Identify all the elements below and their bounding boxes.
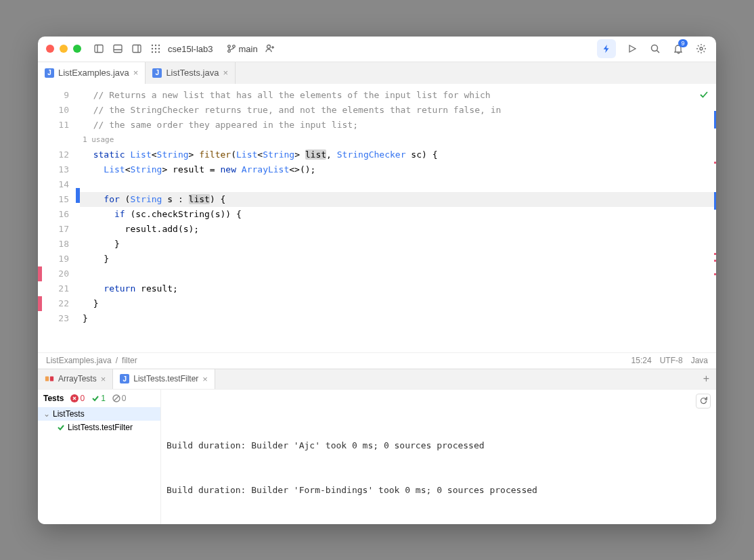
file-language[interactable]: Java — [691, 356, 708, 365]
java-file-icon: J — [120, 374, 129, 383]
panel-tab-arraytests[interactable]: ArrayTests × — [38, 369, 113, 389]
branch-label: main — [239, 44, 258, 54]
editor-tab-label: ListExamples.java — [58, 68, 129, 78]
svg-point-21 — [652, 45, 658, 51]
java-file-icon: J — [45, 68, 54, 78]
test-config-icon — [45, 374, 54, 383]
test-tree: Tests 0 1 0 ⌄ ListTests ListTests.testFi… — [38, 390, 161, 524]
svg-point-23 — [700, 47, 703, 50]
chevron-down-icon: ⌄ — [43, 409, 50, 419]
java-file-icon: J — [152, 68, 162, 78]
sidebar-right-icon[interactable] — [130, 42, 143, 55]
test-tree-root[interactable]: ⌄ ListTests — [38, 407, 160, 421]
panel-tab-listtests-testfilter[interactable]: J ListTests.testFilter × — [113, 369, 215, 389]
add-panel-tab-button[interactable]: + — [696, 369, 716, 389]
notifications-icon[interactable]: 9 — [671, 42, 685, 55]
svg-rect-4 — [133, 45, 141, 53]
close-icon[interactable]: × — [202, 374, 208, 384]
bottom-panel-icon[interactable] — [111, 42, 125, 55]
code-content[interactable]: // Returns a new list that has all the e… — [80, 84, 716, 352]
minimize-window-button[interactable] — [60, 45, 68, 53]
build-output-console[interactable]: Build duration: Builder 'Ajc' took 0 ms;… — [161, 390, 716, 524]
file-encoding[interactable]: UTF-8 — [660, 356, 683, 365]
passed-count[interactable]: 1 — [91, 394, 106, 403]
console-line: Build duration: Builder 'Ajc' took 0 ms;… — [167, 438, 711, 453]
svg-rect-24 — [45, 377, 49, 381]
svg-point-11 — [158, 48, 160, 49]
tool-panel-tabs: ArrayTests × J ListTests.testFilter × + — [38, 369, 716, 389]
titlebar: cse15l-lab3 main 9 — [38, 37, 716, 62]
test-summary: Tests 0 1 0 — [38, 390, 160, 407]
svg-rect-25 — [50, 377, 53, 381]
settings-gear-icon[interactable] — [694, 42, 708, 55]
close-icon[interactable]: × — [101, 374, 106, 384]
svg-point-10 — [155, 48, 156, 49]
svg-point-7 — [155, 45, 156, 46]
svg-point-18 — [267, 45, 270, 49]
svg-rect-2 — [114, 45, 122, 53]
test-method-label: ListTests.testFilter — [68, 423, 133, 432]
vcs-branch[interactable]: main — [227, 44, 258, 54]
breadcrumb-bar: ListExamples.java / filter 15:24 UTF-8 J… — [38, 352, 716, 369]
panel-tab-label: ArrayTests — [58, 374, 97, 383]
branch-icon — [227, 44, 236, 53]
svg-point-9 — [152, 48, 153, 49]
panel-tab-label: ListTests.testFilter — [133, 374, 198, 383]
error-stripe[interactable] — [711, 84, 716, 352]
svg-point-14 — [158, 51, 160, 53]
editor-tab-listexamples[interactable]: J ListExamples.java × — [38, 62, 146, 84]
add-user-icon[interactable] — [263, 42, 277, 55]
svg-rect-0 — [95, 45, 103, 53]
line-number-gutter: 9 10 11 12 13 14 15 16 17 18 19 20 21 22… — [42, 84, 76, 352]
cursor-position[interactable]: 15:24 — [631, 356, 652, 365]
svg-point-6 — [152, 45, 153, 46]
current-line: for (String s : list) { — [80, 192, 716, 207]
svg-point-15 — [227, 45, 230, 48]
test-results-panel: Tests 0 1 0 ⌄ ListTests ListTests.testFi… — [38, 389, 716, 524]
search-icon[interactable] — [648, 42, 662, 55]
reload-button[interactable] — [696, 394, 711, 409]
run-icon[interactable] — [625, 42, 639, 55]
test-pass-icon — [57, 423, 65, 431]
validation-checkmark-icon[interactable] — [698, 89, 709, 102]
code-editor[interactable]: 9 10 11 12 13 14 15 16 17 18 19 20 21 22… — [38, 84, 716, 352]
apps-grid-icon[interactable] — [149, 42, 162, 55]
close-icon[interactable]: × — [133, 68, 139, 78]
sidebar-left-icon[interactable] — [92, 42, 106, 55]
maximize-window-button[interactable] — [73, 45, 81, 53]
close-icon[interactable]: × — [223, 68, 228, 78]
editor-tab-label: ListTests.java — [166, 68, 219, 78]
editor-tab-bar: J ListExamples.java × J ListTests.java × — [38, 62, 716, 84]
ide-window: cse15l-lab3 main 9 J ListExamples.java ×… — [38, 37, 716, 524]
console-line: Build duration: Builder 'Form-bindings' … — [167, 483, 711, 498]
project-name[interactable]: cse15l-lab3 — [168, 44, 213, 54]
usage-hint[interactable]: 1 usage — [80, 133, 716, 147]
svg-point-13 — [155, 51, 156, 53]
editor-tab-listtests[interactable]: J ListTests.java × — [146, 62, 236, 84]
close-window-button[interactable] — [46, 45, 54, 53]
svg-point-12 — [152, 51, 153, 53]
test-class-label: ListTests — [53, 409, 85, 419]
tests-title: Tests — [43, 394, 64, 403]
ai-bolt-button[interactable] — [597, 39, 616, 58]
ignored-count[interactable]: 0 — [112, 394, 127, 403]
svg-line-28 — [114, 396, 118, 400]
notification-count-badge: 9 — [678, 39, 688, 47]
svg-point-8 — [158, 45, 160, 46]
test-tree-item[interactable]: ListTests.testFilter — [38, 421, 160, 434]
breadcrumb-symbol[interactable]: filter — [122, 356, 137, 365]
traffic-lights — [46, 45, 81, 53]
svg-line-22 — [657, 51, 660, 53]
breadcrumb-file[interactable]: ListExamples.java — [46, 356, 112, 365]
failed-count[interactable]: 0 — [70, 394, 85, 403]
svg-point-16 — [227, 50, 230, 53]
svg-point-17 — [232, 45, 235, 48]
